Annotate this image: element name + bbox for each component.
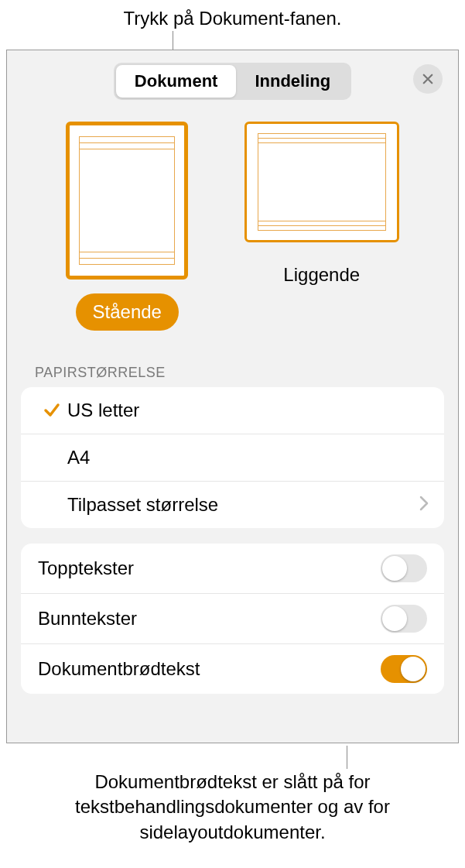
- paper-size-label: A4: [67, 447, 429, 468]
- headers-toggle-row: Topptekster: [21, 544, 444, 594]
- landscape-label-button[interactable]: Liggende: [266, 256, 377, 293]
- chevron-right-icon: [419, 494, 429, 516]
- paper-size-us-letter[interactable]: US letter: [21, 387, 444, 434]
- body-toggle-label: Dokumentbrødtekst: [38, 658, 200, 680]
- close-button[interactable]: [413, 64, 443, 94]
- body-toggle-row: Dokumentbrødtekst: [21, 644, 444, 694]
- close-icon: [421, 72, 435, 86]
- headers-toggle-label: Topptekster: [38, 558, 134, 579]
- callout-bottom-text: Dokumentbrødtekst er slått på for tekstb…: [0, 770, 465, 845]
- footers-toggle[interactable]: [381, 605, 427, 633]
- orientation-portrait-option: Stående: [66, 122, 188, 331]
- orientation-section: Stående Liggende: [7, 106, 458, 331]
- paper-size-label: US letter: [67, 400, 429, 421]
- callout-leader-line-bottom: [347, 746, 347, 769]
- panel-header: Dokument Inndeling: [7, 50, 458, 106]
- body-toggle[interactable]: [381, 655, 427, 683]
- document-settings-panel: Dokument Inndeling Stående Liggende PAPI…: [6, 50, 459, 743]
- checkmark-icon: [43, 401, 61, 420]
- portrait-label-button[interactable]: Stående: [76, 293, 179, 331]
- paper-size-label: Tilpasset størrelse: [67, 494, 419, 516]
- callout-leader-line: [173, 31, 173, 50]
- paper-size-a4[interactable]: A4: [21, 434, 444, 482]
- headers-toggle[interactable]: [381, 554, 427, 582]
- tab-section[interactable]: Inndeling: [236, 65, 349, 98]
- document-toggles-list: Topptekster Bunntekster Dokumentbrødteks…: [21, 544, 444, 694]
- footers-toggle-label: Bunntekster: [38, 608, 137, 630]
- paper-size-header: PAPIRSTØRRELSE: [7, 331, 458, 387]
- tab-document[interactable]: Dokument: [116, 65, 237, 98]
- paper-size-custom[interactable]: Tilpasset størrelse: [21, 482, 444, 528]
- orientation-landscape-option: Liggende: [244, 122, 399, 331]
- footers-toggle-row: Bunntekster: [21, 594, 444, 644]
- portrait-thumbnail[interactable]: [66, 122, 188, 280]
- landscape-thumbnail[interactable]: [244, 122, 399, 242]
- paper-size-list: US letter A4 Tilpasset størrelse: [21, 387, 444, 528]
- callout-top-text: Trykk på Dokument-fanen.: [0, 0, 465, 31]
- tab-segmented-control: Dokument Inndeling: [114, 63, 351, 100]
